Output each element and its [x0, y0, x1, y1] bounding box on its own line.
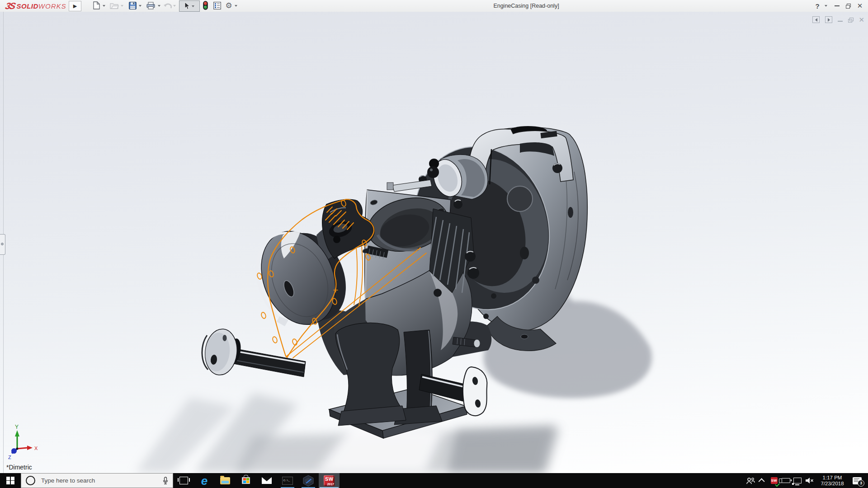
caret-icon — [158, 5, 160, 7]
edge-icon: e — [201, 475, 208, 487]
gear-icon: ⚙ — [225, 1, 232, 10]
tray-date: 7/23/2018 — [818, 481, 847, 487]
power-status[interactable] — [780, 473, 792, 488]
undo-dropdown[interactable] — [173, 1, 176, 10]
engine-casing-model[interactable]: Y X Z — [0, 12, 868, 473]
print-dropdown[interactable] — [158, 1, 160, 10]
minimize-icon — [835, 5, 840, 6]
new-document-button[interactable] — [92, 1, 101, 10]
hexagon-app-icon — [302, 475, 314, 487]
solidworks-check-icon: SW — [771, 477, 778, 484]
action-center-icon: 3 — [853, 477, 862, 484]
speaker-mute-icon — [805, 477, 814, 484]
people-icon — [746, 477, 755, 484]
stand-legs[interactable] — [335, 323, 442, 426]
help-button[interactable]: ? — [813, 0, 822, 12]
volume-status[interactable] — [803, 473, 815, 488]
orientation-triad: Y X Z — [8, 424, 38, 460]
titlebar: 3S SOLID WORKS ▶ — [0, 0, 868, 12]
select-cursor-icon — [184, 2, 190, 10]
windows-logo-icon — [6, 477, 14, 485]
microsoft-store-icon — [242, 477, 250, 484]
undo-button[interactable] — [163, 1, 172, 10]
task-view-button[interactable] — [173, 473, 194, 488]
traffic-light-icon — [203, 1, 208, 10]
caret-icon — [121, 5, 123, 7]
taskbar-hexagon-app[interactable] — [298, 473, 319, 488]
caret-icon — [825, 5, 827, 7]
caret-icon — [103, 5, 105, 7]
ethernet-icon — [793, 478, 802, 483]
task-view-icon — [179, 477, 188, 484]
open-button[interactable] — [110, 1, 119, 10]
axis-y-label: Y — [15, 424, 19, 430]
print-icon — [146, 2, 155, 9]
taskbar-file-explorer[interactable] — [215, 473, 236, 488]
caret-icon — [139, 5, 142, 7]
new-document-icon — [93, 1, 100, 9]
help-icon: ? — [815, 2, 819, 10]
graphics-viewport[interactable]: ✕ — [0, 12, 868, 473]
save-dropdown[interactable] — [139, 1, 142, 10]
taskbar-mail[interactable] — [256, 473, 277, 488]
taskbar-command-prompt[interactable]: C:\_ — [277, 473, 298, 488]
close-button[interactable]: ✕ — [854, 0, 865, 12]
print-button[interactable] — [146, 1, 155, 10]
taskbar-search[interactable]: Type here to search — [21, 473, 173, 488]
save-floppy-icon — [129, 2, 137, 9]
network-status[interactable] — [792, 473, 803, 488]
solidworks-logo: 3S SOLID WORKS — [5, 0, 66, 11]
notification-badge: 3 — [858, 480, 864, 487]
system-tray: SW 1:17 PM 7/23/2018 3 — [745, 473, 868, 488]
search-placeholder: Type here to search — [41, 477, 163, 484]
axis-x-label: X — [34, 446, 38, 451]
clock[interactable]: 1:17 PM 7/23/2018 — [818, 475, 847, 487]
options-button[interactable]: ⚙ — [224, 1, 233, 10]
options-dropdown[interactable] — [235, 1, 237, 10]
save-button[interactable] — [128, 1, 137, 10]
restore-button[interactable] — [843, 0, 854, 12]
chevron-up-icon — [759, 478, 765, 484]
minimize-button[interactable] — [832, 0, 842, 12]
undo-icon — [163, 2, 172, 9]
expand-toolbar-icon: ▶ — [73, 3, 77, 9]
file-properties-icon — [213, 2, 221, 9]
expand-toolbar-button[interactable]: ▶ — [69, 1, 81, 11]
open-dropdown[interactable] — [121, 1, 123, 10]
cortana-icon — [26, 476, 35, 485]
action-center-button[interactable]: 3 — [849, 473, 865, 488]
tray-time: 1:17 PM — [818, 475, 847, 481]
open-folder-icon — [110, 2, 119, 9]
start-button[interactable] — [0, 473, 21, 488]
rebuild-button[interactable] — [201, 1, 210, 10]
file-explorer-icon — [220, 477, 230, 484]
screen: 3S SOLID WORKS ▶ — [0, 0, 868, 488]
select-tool-button[interactable] — [179, 0, 200, 12]
document-title: EngineCasing [Read-only] — [493, 3, 559, 9]
new-document-dropdown[interactable] — [103, 1, 105, 10]
taskbar-edge[interactable]: e — [194, 473, 215, 488]
battery-plug-icon — [782, 478, 790, 483]
caret-icon — [173, 5, 176, 7]
solidworks-monitor-tray[interactable]: SW — [768, 473, 780, 488]
solidworks-app-icon: SW 2017 — [324, 475, 335, 486]
ds-logo-mark: 3S — [4, 1, 16, 11]
tray-overflow-button[interactable] — [756, 473, 768, 488]
close-icon: ✕ — [857, 2, 863, 10]
command-prompt-icon: C:\_ — [282, 477, 293, 485]
view-orientation-label: *Dimetric — [6, 464, 32, 471]
caret-icon — [235, 5, 237, 7]
help-dropdown[interactable] — [823, 0, 829, 12]
taskbar: Type here to search e C:\_ SW 2017 — [0, 473, 868, 488]
axis-z-label: Z — [8, 455, 11, 460]
taskbar-store[interactable] — [236, 473, 256, 488]
file-properties-button[interactable] — [212, 1, 222, 10]
select-dropdown-caret[interactable] — [192, 5, 194, 7]
restore-icon — [846, 4, 851, 8]
taskbar-solidworks[interactable]: SW 2017 — [319, 473, 340, 488]
microphone-icon[interactable] — [163, 477, 168, 485]
people-button[interactable] — [745, 473, 756, 488]
mail-icon — [262, 477, 272, 484]
